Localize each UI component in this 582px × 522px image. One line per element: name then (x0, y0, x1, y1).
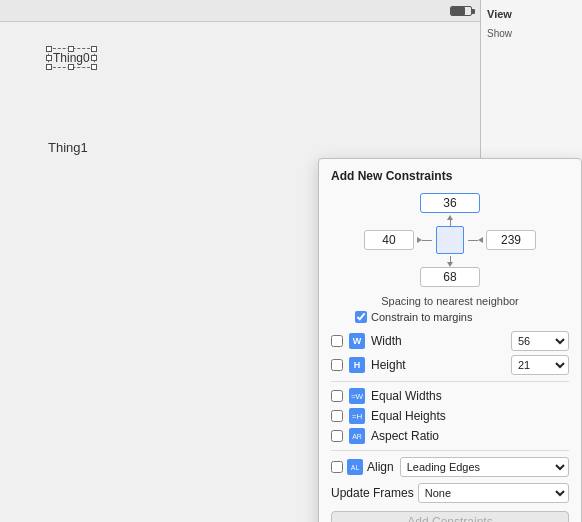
spacing-bottom-row (331, 267, 569, 287)
equal-widths-icon: =W (349, 388, 365, 404)
constrain-margins-row: Constrain to margins (355, 311, 569, 323)
handle-tm[interactable] (68, 46, 74, 52)
right-spacing-side (468, 230, 536, 250)
constrain-margins-label: Constrain to margins (371, 311, 473, 323)
center-constraint-box (436, 226, 464, 254)
height-checkbox[interactable] (331, 359, 343, 371)
bottom-spacing-input[interactable] (420, 267, 480, 287)
width-icon: W (349, 333, 365, 349)
view-title: View (487, 8, 576, 20)
handle-tr[interactable] (91, 46, 97, 52)
handle-bm[interactable] (68, 64, 74, 70)
connector-bottom (331, 256, 569, 267)
thing1-label: Thing1 (48, 140, 88, 155)
equal-heights-checkbox[interactable] (331, 410, 343, 422)
update-frames-label: Update Frames (331, 486, 414, 500)
thing0-box[interactable]: Thing0 (48, 48, 95, 68)
spacing-top-row (331, 193, 569, 213)
width-row: W Width 56 (331, 331, 569, 351)
aspect-ratio-row: AR Aspect Ratio (331, 428, 569, 444)
spacing-label: Spacing to nearest neighbor (331, 295, 569, 307)
equal-heights-icon: =H (349, 408, 365, 424)
height-row: H Height 21 (331, 355, 569, 375)
right-connector (468, 237, 483, 243)
handle-tl[interactable] (46, 46, 52, 52)
height-label: Height (371, 358, 505, 372)
handle-mr[interactable] (91, 55, 97, 61)
show-label: Show (487, 28, 512, 39)
spacing-middle-row (331, 226, 569, 254)
align-label: Align (367, 460, 394, 474)
equal-widths-label: Equal Widths (371, 389, 442, 403)
handle-bl[interactable] (46, 64, 52, 70)
left-spacing-side (364, 230, 432, 250)
left-spacing-input[interactable] (364, 230, 414, 250)
constraints-panel: Add New Constraints (318, 158, 582, 522)
equal-heights-row: =H Equal Heights (331, 408, 569, 424)
constrain-margins-checkbox[interactable] (355, 311, 367, 323)
canvas-top-bar (0, 0, 480, 22)
thing0-element[interactable]: Thing0 (48, 48, 95, 68)
right-spacing-input[interactable] (486, 230, 536, 250)
width-select[interactable]: 56 (511, 331, 569, 351)
equal-heights-label: Equal Heights (371, 409, 446, 423)
thing1-element[interactable]: Thing1 (48, 140, 88, 155)
equal-widths-checkbox[interactable] (331, 390, 343, 402)
align-row: AL Align Leading Edges Trailing Edges To… (331, 457, 569, 477)
update-frames-row: Update Frames None Items of New Constrai… (331, 483, 569, 503)
align-checkbox[interactable] (331, 461, 343, 473)
divider-2 (331, 450, 569, 451)
aspect-ratio-icon: AR (349, 428, 365, 444)
update-frames-select[interactable]: None Items of New Constraints All Frames… (418, 483, 569, 503)
align-select[interactable]: Leading Edges Trailing Edges Top Edges B… (400, 457, 569, 477)
aspect-ratio-checkbox[interactable] (331, 430, 343, 442)
divider-1 (331, 381, 569, 382)
width-label: Width (371, 334, 505, 348)
battery-icon (450, 6, 472, 16)
width-checkbox[interactable] (331, 335, 343, 347)
align-icon: AL (347, 459, 363, 475)
left-connector (417, 237, 432, 243)
add-constraints-button[interactable]: Add Constraints (331, 511, 569, 522)
height-icon: H (349, 357, 365, 373)
aspect-ratio-label: Aspect Ratio (371, 429, 439, 443)
panel-title: Add New Constraints (331, 169, 569, 183)
equal-widths-row: =W Equal Widths (331, 388, 569, 404)
connector-top (331, 215, 569, 226)
handle-br[interactable] (91, 64, 97, 70)
handle-ml[interactable] (46, 55, 52, 61)
thing0-label: Thing0 (53, 51, 90, 65)
top-spacing-input[interactable] (420, 193, 480, 213)
height-select[interactable]: 21 (511, 355, 569, 375)
